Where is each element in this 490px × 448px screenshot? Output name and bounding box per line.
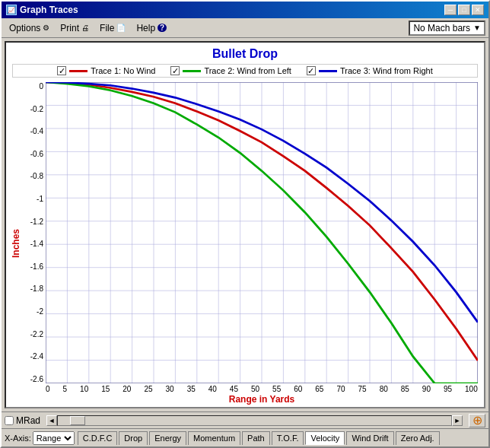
print-icon: 🖨 [81,24,89,32]
tab-path[interactable]: Path [242,431,270,445]
legend-item-2: ✓ Trace 2: Wind from Left [170,66,291,75]
expand-button[interactable]: ⊕ [469,414,485,427]
minimize-button[interactable]: ─ [444,5,457,15]
x-axis-dropdown[interactable]: Range [33,431,75,445]
tab-energy[interactable]: Energy [149,431,186,445]
tab-t.o.f.[interactable]: T.O.F. [272,431,304,445]
trace3-label: Trace 3: Wind from Right [340,66,433,75]
tab-velocity[interactable]: Velocity [305,431,345,445]
chart-body: 0 -0.2 -0.4 -0.6 -0.8 -1 -1.2 -1.4 -1.6 … [23,82,478,405]
expand-icon: ⊕ [473,413,482,427]
trace1-label: Trace 1: No Wind [91,66,155,75]
scroll-right-button[interactable]: ► [452,415,463,426]
legend-item-1: ✓ Trace 1: No Wind [57,66,155,75]
dropdown-label: No Mach bars [413,23,470,33]
chart-title: Bullet Drop [6,43,484,62]
scrollbar[interactable] [57,415,452,426]
options-menu[interactable]: Options ⚙ [5,21,54,35]
main-window: 📈 Graph Traces ─ □ ✕ Options ⚙ Print 🖨 F… [0,0,490,448]
y-axis-label-container: Inches [9,82,23,405]
trace2-line [183,70,201,72]
scroll-left-button[interactable]: ◄ [46,415,57,426]
scroll-area: ◄ ► [46,415,463,426]
tab-drop[interactable]: Drop [119,431,148,445]
x-tick-labels: 0 5 10 15 20 25 30 35 40 45 50 55 60 65 … [23,383,478,393]
title-bar-left: 📈 Graph Traces [6,5,78,15]
bottom-bar: MRad ◄ ► ⊕ [2,411,488,428]
legend-item-3: ✓ Trace 3: Wind from Right [307,66,433,75]
options-icon: ⚙ [43,24,49,32]
help-icon: ? [158,24,167,32]
x-axis-label: Range in Yards [23,393,478,405]
scroll-thumb[interactable] [70,416,85,425]
tabs-container: C.D.F.CDropEnergyMomentumPathT.O.F.Veloc… [78,431,441,445]
x-axis-select: X-Axis: Range [5,431,75,445]
tab-zero-adj.[interactable]: Zero Adj. [396,431,440,445]
menu-bar: Options ⚙ Print 🖨 File 📄 Help ? No Mach … [2,18,488,38]
trace1-checkbox[interactable]: ✓ [57,66,66,75]
title-bar: 📈 Graph Traces ─ □ ✕ [2,2,488,18]
tabs-bar: X-Axis: Range C.D.F.CDropEnergyMomentumP… [2,428,488,446]
legend: ✓ Trace 1: No Wind ✓ Trace 2: Wind from … [12,64,478,78]
mrad-checkbox-container[interactable]: MRad [5,415,40,426]
tab-wind-drift[interactable]: Wind Drift [346,431,393,445]
chart-svg [46,82,478,383]
window-icon: 📈 [6,5,17,15]
chart-area: Bullet Drop ✓ Trace 1: No Wind ✓ Trace 2… [5,41,485,408]
help-menu[interactable]: Help ? [132,21,171,35]
trace2-checkbox[interactable]: ✓ [170,66,180,75]
print-menu[interactable]: Print 🖨 [56,21,94,35]
trace1-line [69,70,88,72]
title-bar-buttons: ─ □ ✕ [444,5,484,15]
graph-wrapper: Inches 0 -0.2 -0.4 -0.6 -0.8 -1 -1.2 -1.… [6,79,484,407]
window-title: Graph Traces [20,5,78,15]
tab-momentum[interactable]: Momentum [188,431,240,445]
chart-inner: 0 -0.2 -0.4 -0.6 -0.8 -1 -1.2 -1.4 -1.6 … [23,82,478,383]
mrad-label: MRad [16,415,40,426]
trace3-line [319,70,337,72]
maximize-button[interactable]: □ [458,5,470,15]
dropdown-arrow-icon: ▼ [473,24,481,32]
y-tick-labels: 0 -0.2 -0.4 -0.6 -0.8 -1 -1.2 -1.4 -1.6 … [23,82,46,383]
file-icon: 📄 [116,24,126,32]
file-menu[interactable]: File 📄 [95,21,130,35]
x-axis-select-label: X-Axis: [5,434,31,443]
tab-c.d.f.c[interactable]: C.D.F.C [78,431,118,445]
y-axis-label: Inches [11,229,21,258]
mrad-checkbox[interactable] [5,416,14,425]
mach-bars-dropdown[interactable]: No Mach bars ▼ [409,21,485,36]
trace2-label: Trace 2: Wind from Left [204,66,291,75]
close-button[interactable]: ✕ [472,5,484,15]
svg-container [46,82,478,383]
trace3-checkbox[interactable]: ✓ [307,66,316,75]
